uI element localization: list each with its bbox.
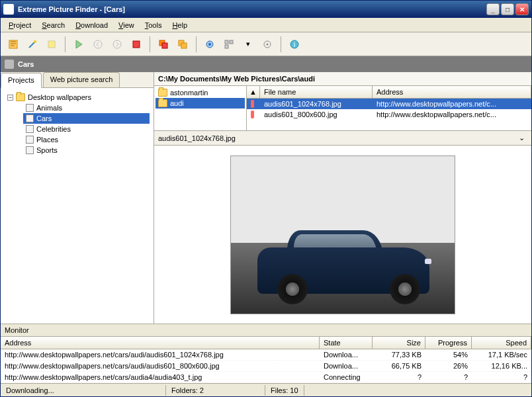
toolbar-new-project-icon[interactable]: [5, 36, 22, 53]
file-header: ▲ File name Address: [247, 86, 531, 99]
file-icon: [251, 100, 254, 108]
toolbar-help-icon[interactable]: i: [286, 36, 303, 53]
menu-project[interactable]: Project: [3, 19, 36, 31]
node-icon: [26, 125, 34, 133]
left-tabs: Projects Web picture search: [1, 72, 154, 88]
app-icon: 🛡: [3, 4, 14, 15]
subheader: Cars: [1, 56, 531, 72]
folder-icon: [16, 93, 25, 101]
tree-toggle-icon[interactable]: −: [7, 95, 13, 101]
toolbar-queue-icon[interactable]: [174, 36, 191, 53]
main-area: Projects Web picture search − Desktop wa…: [1, 72, 531, 324]
app-window: 🛡 Extreme Picture Finder - [Cars] _ □ ✕ …: [0, 0, 532, 397]
menu-download[interactable]: Download: [70, 19, 113, 31]
preview-area: [154, 146, 531, 324]
col-sort-icon[interactable]: ▲: [247, 86, 260, 98]
subheader-icon: [5, 60, 14, 69]
mcol-speed[interactable]: Speed: [472, 337, 531, 349]
monitor-row[interactable]: http://www.desktopwallpapers.net/cars/au…: [1, 361, 531, 372]
toolbar-wizard-icon[interactable]: [24, 36, 41, 53]
folder-icon: [158, 89, 167, 97]
tree-item-places[interactable]: Places: [23, 134, 150, 145]
path-bar: C:\My Documents\My Web Pictures\Cars\aud…: [154, 72, 531, 86]
menubar: Project Search Download View Tools Help: [1, 18, 531, 32]
right-panel: C:\My Documents\My Web Pictures\Cars\aud…: [154, 72, 531, 324]
tree-item-animals[interactable]: Animals: [23, 103, 150, 113]
dir-item-astonmartin[interactable]: astonmartin: [155, 87, 245, 98]
file-row[interactable]: audis601_1024x768.jpg http://www.desktop…: [247, 99, 531, 109]
mcol-progress[interactable]: Progress: [425, 337, 472, 349]
menu-help[interactable]: Help: [167, 19, 193, 31]
tree-root[interactable]: − Desktop wallpapers: [5, 92, 150, 103]
left-panel: Projects Web picture search − Desktop wa…: [1, 72, 154, 324]
dir-file-row: astonmartin audi ▲ File name Address aud…: [154, 86, 531, 131]
toolbar-forward-icon[interactable]: [109, 36, 126, 53]
preview-collapse-icon[interactable]: ⌄: [516, 134, 527, 142]
tree-item-cars[interactable]: Cars: [23, 113, 150, 124]
toolbar-separator: [281, 36, 281, 52]
node-icon: [26, 104, 34, 112]
tree-root-label: Desktop wallpapers: [28, 93, 91, 101]
mcol-address[interactable]: Address: [1, 337, 320, 349]
menu-tools[interactable]: Tools: [140, 19, 167, 31]
toolbar-back-icon[interactable]: [89, 36, 107, 53]
mcol-size[interactable]: Size: [373, 337, 425, 349]
titlebar: 🛡 Extreme Picture Finder - [Cars] _ □ ✕: [1, 1, 531, 18]
svg-point-4: [113, 40, 121, 48]
tree-item-celebrities[interactable]: Celebrities: [23, 124, 150, 134]
svg-rect-9: [181, 43, 187, 48]
car-wheel: [390, 274, 420, 304]
toolbar-stop-all-icon[interactable]: [155, 36, 172, 53]
car-wheel: [277, 274, 308, 304]
toolbar-settings-icon[interactable]: [201, 36, 218, 53]
svg-rect-2: [48, 41, 55, 48]
tab-web-search[interactable]: Web picture search: [43, 72, 120, 87]
col-filename[interactable]: File name: [260, 86, 373, 98]
node-icon: [26, 146, 34, 154]
node-icon: [26, 136, 34, 144]
minimize-button[interactable]: _: [486, 3, 500, 15]
svg-text:i: i: [294, 40, 295, 48]
toolbar-target-icon[interactable]: [259, 36, 276, 53]
dir-item-audi[interactable]: audi: [155, 98, 245, 109]
toolbar-view-icon[interactable]: [220, 36, 238, 53]
toolbar-separator: [150, 36, 150, 52]
file-list: ▲ File name Address audis601_1024x768.jp…: [247, 86, 531, 130]
mcol-state[interactable]: State: [320, 337, 373, 349]
monitor-row[interactable]: http://www.desktopwallpapers.net/cars/au…: [1, 372, 531, 383]
toolbar-separator: [196, 36, 197, 52]
maximize-button[interactable]: □: [501, 3, 514, 15]
toolbar-note-icon[interactable]: [43, 36, 60, 53]
svg-rect-14: [225, 45, 228, 48]
preview-image: [230, 155, 455, 314]
preview-bar: audis601_1024x768.jpg ⌄: [154, 131, 531, 146]
project-tree: − Desktop wallpapers Animals Cars Celebr…: [1, 88, 154, 324]
svg-point-1: [34, 40, 36, 43]
monitor-row[interactable]: http://www.desktopwallpapers.net/cars/au…: [1, 349, 531, 361]
col-address[interactable]: Address: [373, 86, 531, 98]
menu-search[interactable]: Search: [36, 19, 70, 31]
folder-icon: [158, 99, 167, 107]
monitor-rows: http://www.desktopwallpapers.net/cars/au…: [1, 349, 531, 383]
directory-list: astonmartin audi: [154, 86, 247, 130]
svg-point-11: [208, 43, 211, 46]
status-state: Downloading...: [1, 385, 166, 396]
toolbar-dropdown-icon[interactable]: ▾: [240, 36, 257, 53]
close-button[interactable]: ✕: [515, 3, 529, 15]
svg-point-3: [94, 40, 102, 48]
svg-point-16: [267, 43, 269, 45]
toolbar-separator: [65, 36, 66, 52]
node-icon: [26, 114, 34, 122]
toolbar: ▾ i: [1, 32, 531, 56]
toolbar-play-icon[interactable]: [70, 36, 87, 53]
monitor-columns: Address State Size Progress Speed: [1, 337, 531, 349]
menu-view[interactable]: View: [113, 19, 140, 31]
svg-rect-12: [225, 40, 228, 44]
file-row[interactable]: audis601_800x600.jpg http://www.desktopw…: [247, 109, 531, 120]
preview-filename: audis601_1024x768.jpg: [158, 134, 516, 142]
file-rows: audis601_1024x768.jpg http://www.desktop…: [247, 99, 531, 130]
tree-item-sports[interactable]: Sports: [23, 145, 150, 155]
window-controls: _ □ ✕: [486, 3, 529, 15]
toolbar-stop-icon[interactable]: [128, 36, 145, 53]
tab-projects[interactable]: Projects: [1, 73, 42, 88]
